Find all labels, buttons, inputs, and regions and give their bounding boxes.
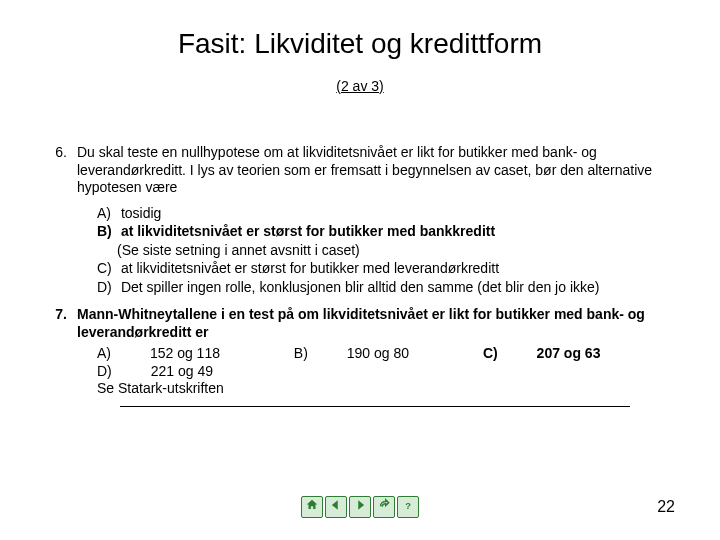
- option-a: A) 152 og 118: [97, 345, 255, 363]
- question-number: 6.: [45, 144, 77, 197]
- question-7: 7. Mann-Whitneytallene i en test på om l…: [45, 306, 675, 341]
- slide-body: 6. Du skal teste en nullhypotese om at l…: [0, 94, 720, 407]
- option-c: C) at likviditetsnivået er størst for bu…: [97, 260, 675, 278]
- footer: ? 22: [0, 490, 720, 518]
- svg-text:?: ?: [405, 501, 411, 511]
- page-number: 22: [657, 498, 675, 516]
- option-row: A) 152 og 118 B) 190 og 80 C) 207 og 63 …: [97, 345, 675, 380]
- question-text: Mann-Whitneytallene i en test på om likv…: [77, 306, 675, 341]
- question-7-note: Se Statark-utskriften: [97, 380, 675, 398]
- home-icon: [305, 498, 319, 516]
- return-icon: [377, 498, 391, 516]
- option-d: D) Det spiller ingen rolle, konklusjonen…: [97, 279, 675, 297]
- option-b: B) at likviditetsnivået er størst for bu…: [97, 223, 675, 241]
- option-c: C) 207 og 63: [483, 345, 636, 363]
- option-b-note: (Se siste setning i annet avsnitt i case…: [97, 242, 675, 260]
- home-button[interactable]: [301, 496, 323, 518]
- help-icon: ?: [401, 498, 415, 516]
- option-d: D) 221 og 49: [97, 363, 248, 381]
- option-a: A) tosidig: [97, 205, 675, 223]
- return-button[interactable]: [373, 496, 395, 518]
- prev-icon: [329, 498, 343, 516]
- option-b: B) 190 og 80: [294, 345, 444, 363]
- question-text: Du skal teste en nullhypotese om at likv…: [77, 144, 675, 197]
- help-button[interactable]: ?: [397, 496, 419, 518]
- next-button[interactable]: [349, 496, 371, 518]
- nav-bar: ?: [301, 496, 419, 518]
- next-icon: [353, 498, 367, 516]
- slide-title: Fasit: Likviditet og kredittform: [0, 0, 720, 60]
- question-number: 7.: [45, 306, 77, 341]
- question-7-options: A) 152 og 118 B) 190 og 80 C) 207 og 63 …: [45, 345, 675, 398]
- prev-button[interactable]: [325, 496, 347, 518]
- slide: Fasit: Likviditet og kredittform (2 av 3…: [0, 0, 720, 540]
- question-6: 6. Du skal teste en nullhypotese om at l…: [45, 144, 675, 197]
- slide-subtitle: (2 av 3): [0, 78, 720, 94]
- question-6-options: A) tosidig B) at likviditetsnivået er st…: [45, 205, 675, 297]
- divider: [120, 406, 630, 407]
